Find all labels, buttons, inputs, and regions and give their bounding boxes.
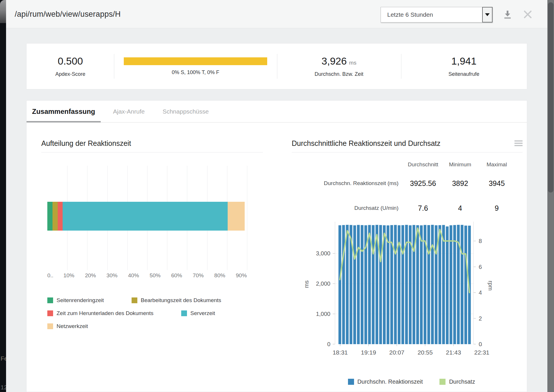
legend-swatch xyxy=(47,310,53,316)
bar xyxy=(416,225,419,344)
x-tick-label: 18:31 xyxy=(333,349,348,356)
legend-item: Durchschn. Reaktionszeit xyxy=(348,378,423,385)
apdex-score-label: Apdex-Score xyxy=(55,71,85,77)
screen: Fe 12 /api/rum/web/view/userapps/H Letzt… xyxy=(0,0,554,392)
bar xyxy=(464,226,467,344)
legend-item: Bearbeitungszeit des Dokuments xyxy=(132,297,221,304)
select-arrow-button[interactable] xyxy=(482,7,493,22)
page-views-stat: 1,941 Seitenaufrufe xyxy=(401,44,527,89)
x-tick-label: 20% xyxy=(85,272,96,279)
y-tick-label: 4 xyxy=(479,289,482,296)
apdex-distribution-stat: 0% S, 100% T, 0% F xyxy=(114,44,277,89)
legend-label: Durchsatz xyxy=(449,378,475,385)
modal-header: /api/rum/web/view/userapps/H Letzte 6 St… xyxy=(6,0,547,28)
scrollbar[interactable] xyxy=(547,0,554,392)
bar xyxy=(461,225,464,344)
background-page-strip: Fe 12 xyxy=(0,0,6,392)
tab-ajax-anrufe[interactable]: Ajax-Anrufe xyxy=(108,101,150,122)
table-cell: 3945 xyxy=(478,171,515,196)
x-tick-label: 0.. xyxy=(47,272,53,279)
bar-segment-netzwerkzeit xyxy=(228,202,245,231)
download-button[interactable] xyxy=(502,9,513,20)
bar xyxy=(450,225,452,344)
table-cell: 9 xyxy=(478,196,515,220)
y-tick-label: 6 xyxy=(479,264,482,270)
bar-series-swatch xyxy=(348,379,354,385)
bar xyxy=(420,225,423,344)
table-header: Maximal xyxy=(478,158,515,171)
page-views-label: Seitenaufrufe xyxy=(448,71,479,77)
background-partial-text: Fe xyxy=(1,355,6,362)
table-cell: 7.6 xyxy=(404,196,442,220)
legend-label: Durchschn. Reaktionszeit xyxy=(358,378,423,385)
bar xyxy=(435,225,438,344)
bar xyxy=(342,225,345,344)
bar-segment-seitenrenderingzeit xyxy=(47,202,53,231)
bar xyxy=(394,225,397,344)
right-axis-title: rpm xyxy=(487,281,494,291)
x-tick-label: 20:55 xyxy=(418,349,433,356)
x-tick-label: 30% xyxy=(106,272,117,279)
x-tick-label: 70% xyxy=(193,272,204,279)
bar xyxy=(442,225,445,344)
background-partial-text: 12 xyxy=(1,384,6,391)
x-tick-label: 80% xyxy=(214,272,225,279)
x-tick-label: 40% xyxy=(128,272,139,279)
x-tick-label: 19:19 xyxy=(361,349,376,356)
legend-label: Zeit zum Herunterladen des Dokuments xyxy=(57,310,154,316)
time-range-select[interactable]: Letzte 6 Stunden xyxy=(381,7,493,22)
table-row-label: Durchsatz (U/min) xyxy=(292,196,404,220)
bar-segment-serverzeit xyxy=(63,202,228,231)
apdex-bar-wrap xyxy=(124,57,267,65)
close-icon xyxy=(522,9,534,20)
x-tick-label: 60% xyxy=(171,272,182,279)
chart-menu-button[interactable] xyxy=(514,139,523,147)
table-header: Durchschnitt xyxy=(404,158,442,171)
bar xyxy=(357,225,360,344)
bar xyxy=(379,225,382,344)
x-tick-label: 10% xyxy=(63,272,74,279)
bar xyxy=(401,225,404,344)
legend-item: Seitenrenderingzeit xyxy=(47,297,104,304)
bar xyxy=(368,225,371,344)
combo-chart-legend: Durchschn. Reaktionszeit Durchsatz xyxy=(300,378,523,385)
table-header: Minimum xyxy=(442,158,478,171)
x-gridline xyxy=(247,166,247,270)
avg-response-time-stat: 3,926 ms Durchschn. Bzw. Zeit xyxy=(277,44,401,89)
legend-label: Bearbeitungszeit des Dokuments xyxy=(141,297,221,304)
scrollbar-thumb[interactable] xyxy=(548,2,553,193)
x-tick-label: 90% xyxy=(236,272,247,279)
x-tick-label: 50% xyxy=(149,272,160,279)
x-tick-label: 20:07 xyxy=(389,349,405,356)
bar-segment-bearbeitungszeit-des-dokuments xyxy=(53,202,58,231)
stacked-bar-legend: SeitenrenderingzeitBearbeitungszeit des … xyxy=(47,297,249,329)
tab-zusammenfassung[interactable]: Zusammenfassung xyxy=(27,101,101,122)
avg-response-time-label: Durchschn. Bzw. Zeit xyxy=(315,71,363,77)
stacked-bar-x-axis: 0..10%20%30%40%50%60%70%80%90% xyxy=(47,271,263,281)
chart-title: Aufteilung der Reaktionszeit xyxy=(41,139,131,148)
table-cell: 3925.56 xyxy=(404,171,442,196)
y-tick-label: 0 xyxy=(327,341,330,347)
tab-schnappschuesse[interactable]: Schnappschüsse xyxy=(157,101,214,122)
chevron-down-icon xyxy=(485,13,490,16)
close-button[interactable] xyxy=(522,9,534,20)
chart-title-row: Aufteilung der Reaktionszeit xyxy=(41,139,263,152)
y-tick-label: 0 xyxy=(479,341,482,347)
legend-label: Serverzeit xyxy=(190,310,215,316)
response-time-breakdown-chart: Aufteilung der Reaktionszeit 0..10%20%30… xyxy=(41,139,263,329)
tab-bar: Zusammenfassung Ajax-Anrufe Schnappschüs… xyxy=(27,101,527,122)
y-tick-label: 8 xyxy=(479,238,482,244)
legend-item: Durchsatz xyxy=(439,378,475,385)
summary-stats-card: 0.500 Apdex-Score 0% S, 100% T, 0% F 3,9… xyxy=(26,43,527,89)
legend-item: Serverzeit xyxy=(181,310,215,316)
legend-swatch xyxy=(47,297,53,303)
y-tick-label: 2 xyxy=(479,315,482,322)
bar xyxy=(372,225,375,344)
apdex-distribution-bar xyxy=(124,57,267,65)
left-axis-title: ms xyxy=(303,280,310,288)
stats-table: Durchschnitt Minimum Maximal Durchschn. … xyxy=(292,158,523,220)
avg-response-time-value-row: 3,926 ms xyxy=(321,55,356,67)
stacked-bar xyxy=(47,202,245,231)
avg-response-time-unit: ms xyxy=(349,60,356,66)
bar xyxy=(338,225,341,344)
